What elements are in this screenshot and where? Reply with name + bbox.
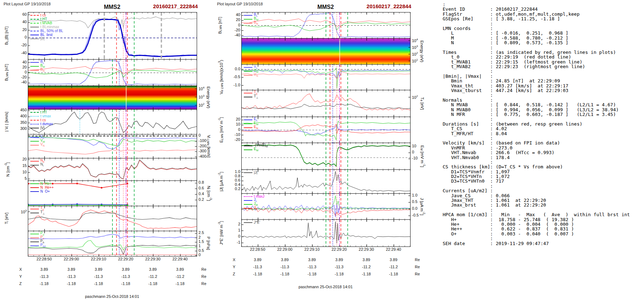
panel-pressure: PpPePbPtotP [nPa]2.521.510.50 [3, 231, 214, 256]
y-tick-label: -20 [21, 43, 27, 47]
right-axis-area-minor-ions: Ni [cm-3]0.80.60.40.2 [197, 180, 215, 206]
y-tick-label: 0.0 [235, 67, 240, 71]
ephemeris-value: -11.3 [67, 274, 76, 279]
y-axis-area-j-lmn [216, 193, 241, 219]
legend: VLVMVN [30, 135, 45, 147]
legend-entry: t BLminmax [30, 25, 63, 29]
legend-label: VN [254, 73, 258, 78]
ephemeris-value: 3.89 [149, 267, 156, 271]
legend: BLBMBN [30, 60, 45, 72]
y-tick-label: -10 [235, 132, 240, 137]
y-tick-label: 1 [238, 228, 240, 232]
ephemeris-value: -11.3 [94, 274, 103, 279]
legend: t cst HTt MVABt BLminmaxBL, 50% of BLBL … [30, 13, 63, 41]
legend-entry: t HT [30, 17, 63, 21]
legend-line-sample [30, 213, 39, 213]
legend-line-sample [244, 67, 252, 68]
panel-ion-spectrogram: Energy (eV)104103102 [3, 86, 214, 109]
y-tick-label: 2 [238, 222, 240, 226]
legend-line-sample [30, 187, 39, 188]
legend-label: N O+ [40, 190, 50, 193]
right-axis-area-ve-lmn [411, 64, 428, 90]
legend-line-sample [30, 70, 39, 71]
plot-area-jmag: |J| [241, 169, 411, 194]
y-tick-label: 0 [25, 70, 27, 74]
legend: ELEMEN [244, 118, 258, 129]
y-tick-label: -40 [21, 51, 27, 55]
ephemeris-value: -11.3 [335, 265, 343, 269]
ephemeris-row: X3.893.893.893.893.893.89Re [216, 258, 428, 265]
info-line: SEH date : 2019-11-29 09:47:47 [443, 241, 630, 246]
ephemeris-row-label: Z [233, 272, 235, 276]
legend-label: BL, 50% of BL [40, 29, 63, 33]
legend-label: T⊥ [40, 210, 45, 215]
y-tick-label: 0.4 [235, 182, 240, 187]
ephemeris-value: 3.89 [67, 267, 75, 271]
x-tick-label: 22:29:40 [172, 257, 188, 261]
right-tick-label: 1.0 [412, 193, 417, 197]
y-tick-label: 400 [20, 114, 27, 118]
x-tick-label: 22:29:30 [359, 247, 374, 251]
legend-label: Ni [40, 163, 44, 168]
info-line: : [443, 208, 630, 212]
right-tick-label: 2 [198, 235, 201, 239]
legend-entry: Ni [30, 163, 44, 167]
panel-minor-ions: N He+N He++N O+Ni [cm-3]0.80.60.40.2 [3, 180, 214, 206]
right-tick-label: 103 [412, 45, 418, 50]
right-axis-label: Te [eV] [420, 97, 424, 110]
ephemeris-table: X3.893.893.893.893.893.89ReY-11.3-11.3-1… [216, 258, 428, 279]
ephemeris-value: -11.2 [176, 274, 184, 279]
y-tick-label: -40 [235, 33, 240, 37]
legend-label: Ptot [40, 243, 46, 248]
panel-blmn-brst: BLMN [nT]40200-20-40BLBMBN [216, 12, 428, 38]
ephemeris-unit: Re [415, 258, 420, 262]
y-axis-area-ve-lmn: Ve LMN [km/s](x103)0.0-0.5-1.0 [216, 64, 241, 90]
y-tick-label: 15 [22, 163, 27, 168]
ephemeris-row: Z-1.18-1.18-1.18-1.18-1.18-1.18Re [216, 272, 428, 279]
y-tick-label: 10 [236, 122, 240, 126]
right-tick-label: 104 [198, 86, 205, 91]
legend-label: |J| [254, 171, 257, 174]
ephemeris-value: -11.3 [121, 274, 130, 279]
y-tick-label: 20 [236, 17, 240, 22]
legend-entry: EN [244, 126, 258, 129]
legend: N He+N He++N O+ [30, 182, 54, 193]
ephemeris-unit: Re [201, 281, 206, 286]
ephemeris-value: 3.89 [335, 258, 343, 262]
y-tick-label: -1.0 [233, 83, 240, 87]
right-tick-label: 0.5 [412, 199, 417, 204]
column-header: Plot layout GP 19/10/2018 MMS2 20160217_… [216, 1, 428, 12]
legend-line-sample [30, 23, 39, 24]
panel-vi-lmn: VLVMVNVi LMN [km/s]0-100-200-300-400 [3, 134, 214, 158]
spectrogram-seam [126, 86, 127, 110]
info-line: : [443, 93, 630, 97]
ephemeris-value: -1.18 [121, 281, 130, 286]
y-axis-area-vi-mag: | Vi | [km/s]450400350300 [3, 109, 28, 134]
info-line: : [443, 236, 630, 241]
legend-line-sample [244, 196, 252, 197]
legend-line-sample [30, 141, 39, 142]
plot-area-bl-btot: t cst HTt MVABt BLminmaxBL, 50% of BLBL … [28, 12, 197, 60]
legend-entry: t cs [30, 118, 53, 122]
legend-line-sample [30, 26, 39, 28]
y-tick-label: 10 [22, 170, 27, 174]
panel-jmag: |J| [µA m-2]1.00.80.60.40.2|J| [216, 169, 428, 193]
ephemeris-value: 3.89 [390, 258, 397, 262]
legend: -(VexB)MEM [244, 144, 268, 152]
legend-line-sample [30, 209, 39, 209]
info-line: CS thickness [km]: (D=T_CS * Vs from abo… [443, 164, 630, 169]
right-tick-label: 0.8 [198, 180, 204, 184]
right-tick-label: 101 [412, 58, 418, 63]
legend-line-sample [30, 120, 39, 121]
legend-entry: BL, 50% of BL [30, 29, 63, 33]
x-tick-label: 22:28:50 [250, 247, 265, 251]
time-axis: 22:28:5022:29:0022:29:1022:29:2022:29:30… [216, 247, 428, 253]
y-axis-area-minor-ions [3, 180, 28, 206]
plot-area-te: T||T⊥ [241, 90, 411, 117]
legend-entry: N He++ [30, 185, 54, 189]
legend-entry: T⊥ [244, 95, 258, 99]
x-tick-label: 22:28:50 [36, 257, 52, 261]
info-line: L : [ -0.016, 0.251, 0.968 ] [443, 31, 630, 35]
info-line: Currents [uA/m2] : [443, 188, 630, 193]
right-tick-label: -200 [198, 144, 206, 148]
